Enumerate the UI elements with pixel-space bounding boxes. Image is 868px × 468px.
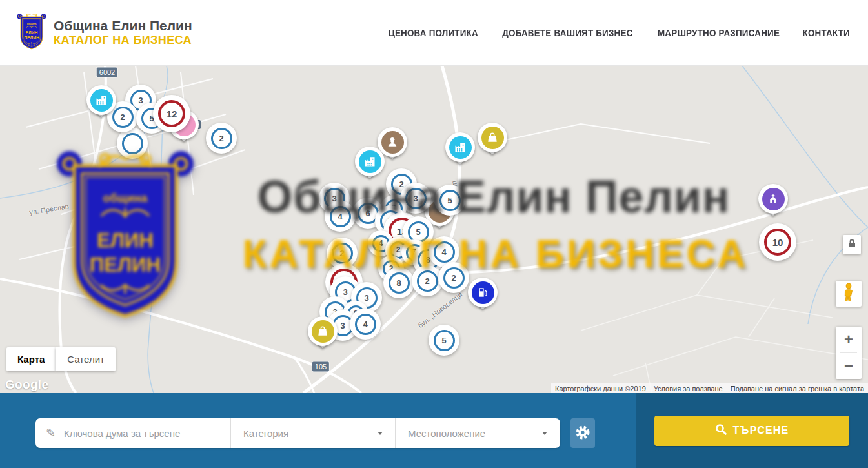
cluster-marker[interactable]: 4 (350, 309, 381, 340)
pin-head (758, 184, 788, 214)
nav-item-3[interactable]: МАРШРУТНО РАЗПИСАНИЕ (658, 28, 780, 38)
map-view-button[interactable]: Карта (6, 347, 56, 371)
svg-text:ЕЛИН: ЕЛИН (26, 30, 38, 35)
zoom-control: + − (836, 327, 862, 379)
search-button[interactable]: ТЪРСЕНЕ (654, 416, 849, 446)
location-placeholder: Местоположение (408, 428, 485, 439)
church-icon (762, 188, 785, 210)
pin-head (86, 85, 116, 115)
chevron-down-icon (542, 432, 547, 435)
svg-text:ПЕЛИН: ПЕЛИН (24, 36, 39, 40)
map-attribution: Картографски данни ©2019Условия за ползв… (551, 383, 868, 393)
pin-head (478, 123, 507, 152)
svg-text:община: община (27, 23, 37, 25)
cluster-count: 12 (158, 100, 185, 127)
zoom-in-button[interactable]: + (836, 327, 862, 352)
cluster-count: 5 (434, 330, 455, 351)
cluster-marker[interactable]: 2 (438, 262, 469, 293)
cluster-count: 2 (417, 270, 438, 292)
site-subtitle: КАТАЛОГ НА БИЗНЕСА (54, 34, 192, 48)
church-pin[interactable] (758, 184, 788, 214)
lock-button[interactable] (843, 235, 861, 254)
cluster-count: 10 (764, 229, 791, 256)
cluster-marker[interactable]: 4 (325, 201, 356, 232)
pegman-control[interactable] (836, 281, 862, 307)
category-placeholder: Категория (243, 428, 288, 439)
nav-item-2[interactable]: ДОБАВЕТЕ ВАШИЯТ БИЗНЕС (502, 28, 632, 38)
category-select[interactable]: Категория (231, 418, 395, 448)
advanced-settings-button[interactable] (570, 418, 595, 448)
cluster-count: 8 (389, 272, 410, 294)
factory-pin[interactable] (445, 132, 475, 162)
cluster-count: 2 (332, 243, 353, 264)
lock-icon (847, 238, 856, 251)
nav-item-1[interactable]: ЦЕНОВА ПОЛИТИКА (389, 28, 478, 38)
pin-head (468, 278, 498, 307)
cluster-count: 4 (330, 206, 351, 227)
attribution-copyright: Картографски данни ©2019 (551, 385, 650, 392)
bag-icon (481, 127, 504, 149)
submit-panel: ТЪРСЕНЕ (636, 393, 868, 468)
factory-icon (359, 150, 381, 173)
search-icon (715, 423, 727, 438)
cluster-count: 3 (405, 188, 427, 209)
nav-item-4[interactable]: КОНТАКТИ (802, 28, 849, 38)
shopping-pin[interactable] (478, 123, 507, 152)
pin-head (445, 132, 475, 162)
factory-pin[interactable] (86, 85, 116, 115)
cluster-marker[interactable]: 5 (434, 185, 465, 216)
satellite-view-button[interactable]: Сателит (56, 347, 116, 371)
brand[interactable]: община ЕЛИН ПЕЛИН Община Елин Пелин КАТА… (16, 11, 192, 55)
cluster-count: 4 (355, 314, 376, 335)
cluster-marker[interactable]: 12 (153, 95, 190, 132)
cluster-count: 2 (211, 128, 232, 149)
pin-head (308, 316, 338, 346)
factory-icon (90, 89, 113, 112)
cluster-count: 2 (443, 267, 465, 289)
keyword-input[interactable] (64, 428, 220, 439)
pencil-icon: ✎ (46, 427, 56, 439)
keyword-field[interactable]: ✎ (35, 418, 230, 448)
fuel-icon (472, 281, 494, 304)
google-logo[interactable]: Google (5, 378, 48, 392)
road-number-label: 105 (312, 362, 329, 372)
cluster-marker[interactable]: 10 (759, 223, 796, 261)
main-nav: ЦЕНОВА ПОЛИТИКАДОБАВЕТЕ ВАШИЯТ БИЗНЕСМАР… (387, 28, 851, 38)
cluster-marker[interactable] (117, 128, 148, 159)
cluster-marker[interactable]: 5 (429, 325, 459, 356)
bag-icon (312, 320, 334, 343)
search-button-label: ТЪРСЕНЕ (733, 425, 789, 436)
attribution-link[interactable]: Подаване на сигнал за грешка в картата (727, 385, 868, 392)
cluster-marker[interactable]: 8 (383, 267, 414, 298)
header: община ЕЛИН ПЕЛИН Община Елин Пелин КАТА… (0, 0, 868, 66)
zoom-out-button[interactable]: − (836, 353, 862, 379)
search-bar: ✎ Категория Местоположение ТЪРСЕН (0, 393, 868, 468)
search-fields: ✎ Категория Местоположение (35, 418, 560, 448)
cluster-count: 5 (439, 190, 461, 211)
road-number-label: 6002 (97, 68, 117, 77)
pegman-icon (842, 283, 856, 305)
site-title: Община Елин Пелин (54, 18, 192, 34)
fuel-station-pin[interactable] (468, 278, 498, 307)
factory-icon (449, 136, 472, 159)
municipality-crest-logo: община ЕЛИН ПЕЛИН (16, 11, 47, 55)
gear-icon (575, 425, 590, 442)
map-type-control: Карта Сателит (6, 347, 116, 371)
cluster-count: 4 (434, 241, 455, 263)
pin-head (355, 147, 385, 176)
cluster-count (122, 133, 143, 154)
brand-text: Община Елин Пелин КАТАЛОГ НА БИЗНЕСА (54, 18, 192, 48)
location-select[interactable]: Местоположение (396, 418, 560, 448)
attribution-link[interactable]: Условия за ползване (650, 385, 727, 392)
cluster-marker[interactable]: 2 (206, 123, 237, 154)
factory-pin[interactable] (355, 147, 385, 176)
map-canvas[interactable]: 6002105ул. Преславбул. „Новоселцици 3251… (0, 66, 868, 393)
chevron-down-icon (378, 432, 383, 435)
shopping-pin[interactable] (308, 316, 338, 346)
